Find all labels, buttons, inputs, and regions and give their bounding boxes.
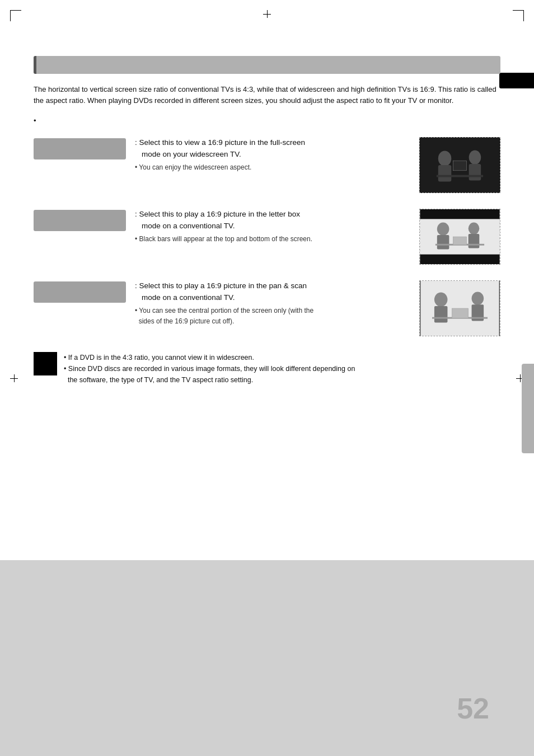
crosshair-top — [263, 10, 271, 18]
svg-rect-14 — [469, 234, 480, 248]
svg-point-21 — [472, 292, 484, 306]
bottom-section: 52 — [0, 560, 534, 756]
corner-mark-tl — [10, 10, 21, 21]
colon-panscan: : — [135, 281, 139, 290]
svg-rect-8 — [420, 209, 499, 219]
svg-rect-4 — [469, 164, 481, 180]
main-content: The horizontal to vertical screen size r… — [34, 56, 500, 397]
svg-rect-24 — [452, 308, 468, 318]
svg-point-3 — [469, 151, 481, 165]
svg-rect-9 — [420, 255, 499, 265]
svg-rect-12 — [437, 235, 449, 249]
intro-text: The horizontal to vertical screen size r… — [34, 84, 500, 106]
bullet-intro: • — [34, 116, 500, 125]
svg-point-1 — [438, 151, 452, 166]
option-row-widescreen: : Select this to view a 16:9 picture in … — [34, 137, 500, 193]
note-icon — [34, 352, 57, 375]
svg-point-19 — [434, 293, 448, 307]
svg-rect-16 — [453, 237, 467, 245]
option-row-panscan: : Select this to play a 16:9 picture in … — [34, 280, 500, 336]
option-label-panscan — [34, 281, 126, 303]
crosshair-left — [10, 374, 18, 382]
svg-rect-6 — [453, 161, 467, 171]
svg-rect-5 — [437, 175, 483, 177]
option-row-letterbox: : Select this to play a 16:9 picture in … — [34, 209, 500, 265]
option-label-letterbox — [34, 210, 126, 231]
svg-rect-20 — [434, 306, 448, 322]
option-main-widescreen: : Select this to view a 16:9 picture in … — [135, 137, 410, 161]
option-main-letterbox: : Select this to play a 16:9 picture in … — [135, 209, 410, 232]
page-number: 52 — [457, 692, 489, 725]
note-line-2: • Since DVD discs are recorded in variou… — [64, 363, 355, 386]
colon-letterbox: : — [135, 210, 139, 218]
svg-point-13 — [469, 223, 480, 235]
option-text-panscan: : Select this to play a 16:9 picture in … — [135, 280, 410, 326]
section-tab — [499, 73, 534, 88]
note-line-1: • If a DVD is in the 4:3 ratio, you cann… — [64, 352, 355, 363]
option-sub-letterbox: • Black bars will appear at the top and … — [135, 234, 410, 245]
option-sub-widescreen: • You can enjoy the widescreen aspect. — [135, 162, 410, 173]
option-label-widescreen — [34, 138, 126, 159]
option-sub-panscan: • You can see the central portion of the… — [135, 306, 410, 326]
option-image-panscan — [419, 280, 500, 336]
option-image-widescreen — [419, 137, 500, 193]
option-text-letterbox: : Select this to play a 16:9 picture in … — [135, 209, 410, 244]
note-box: • If a DVD is in the 4:3 ratio, you cann… — [34, 352, 500, 386]
option-image-letterbox — [419, 209, 500, 265]
corner-mark-tr — [513, 10, 524, 21]
svg-point-11 — [437, 223, 449, 236]
svg-rect-2 — [438, 165, 452, 181]
colon-widescreen: : — [135, 138, 139, 147]
section-header — [34, 56, 500, 74]
option-main-panscan: : Select this to play a 16:9 picture in … — [135, 280, 410, 304]
note-text: • If a DVD is in the 4:3 ratio, you cann… — [64, 352, 355, 386]
option-text-widescreen: : Select this to view a 16:9 picture in … — [135, 137, 410, 172]
gray-side-bar — [522, 364, 534, 453]
